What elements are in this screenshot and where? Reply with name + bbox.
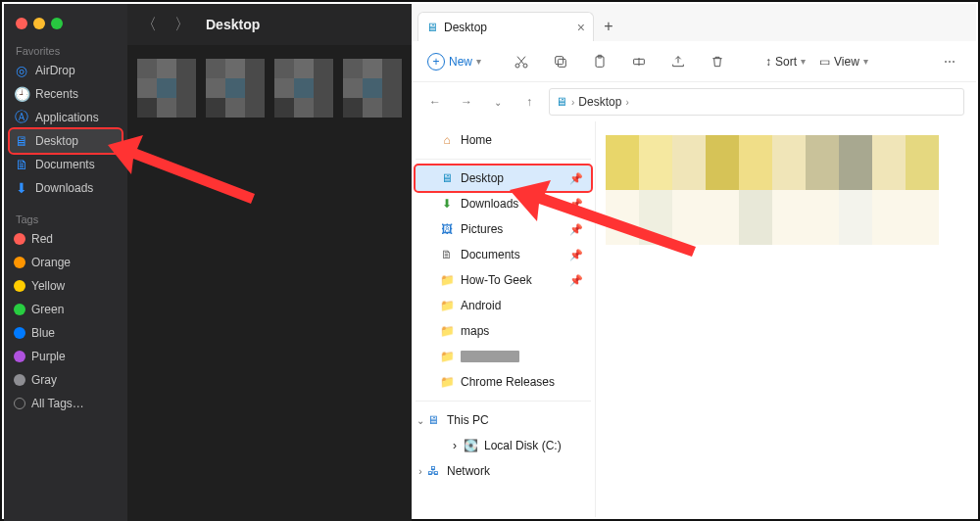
maximize-button[interactable] [51,18,63,29]
downloads-icon: ⬇ [14,180,29,196]
mac-titlebar: 〈 〉 Desktop [127,4,412,45]
tag-item-red[interactable]: Red [4,227,127,251]
sidebar-item-howtogeek[interactable]: 📁How-To Geek📌 [416,267,591,293]
pictures-icon: 🖼 [439,221,455,237]
sidebar-item-documents[interactable]: 🗎Documents [4,153,127,176]
sidebar-item-android[interactable]: 📁Android [416,293,591,318]
address-bar[interactable]: 🖥 › Desktop › [549,88,964,116]
file-thumbnail-row[interactable] [606,190,939,217]
tag-label: Purple [31,350,66,363]
sidebar-item-localdisk[interactable]: ›💽Local Disk (C:) [416,433,591,458]
new-button[interactable]: + New ▾ [421,49,487,74]
paste-button[interactable] [583,45,616,78]
sidebar-item-label: Recents [35,87,78,101]
nav-forward-button[interactable]: → [455,90,478,114]
file-thumbnail[interactable] [137,59,196,118]
breadcrumb-item[interactable]: Desktop [578,95,621,109]
recents-icon: 🕘 [14,86,29,102]
nav-back-button[interactable]: 〈 [139,15,159,34]
sidebar-item-downloads[interactable]: ⬇Downloads [4,176,127,200]
tag-item-yellow[interactable]: Yellow [4,274,127,298]
win-body: ⌂Home 🖥Desktop📌 ⬇Downloads📌 🖼Pictures📌 🗎… [412,121,976,517]
file-thumbnail-row[interactable] [606,217,939,245]
tab-close-button[interactable]: × [577,20,585,35]
mac-finder-window: Favorites ◎AirDrop 🕘Recents ⒶApplication… [4,4,412,521]
rename-button[interactable] [622,45,656,78]
sidebar-item-pictures[interactable]: 🖼Pictures📌 [416,216,591,242]
more-button[interactable]: ⋯ [933,45,966,78]
close-button[interactable] [16,18,27,29]
sidebar-item-applications[interactable]: ⒶApplications [4,106,127,129]
sidebar-item-desktop[interactable]: 🖥Desktop📌 [416,166,591,191]
copy-button[interactable] [544,45,577,78]
mac-favorites-header: Favorites [4,39,127,59]
minimize-button[interactable] [33,18,45,29]
nav-up-button[interactable]: ↑ [517,90,541,114]
tag-item-gray[interactable]: Gray [4,368,127,392]
network-icon: 🖧 [425,463,441,479]
sidebar-item-label: Local Disk (C:) [484,439,562,452]
tag-dot-icon [14,327,25,339]
sidebar-item-label: Chrome Releases [461,375,555,389]
win-content-area[interactable] [596,121,976,517]
sidebar-item-recents[interactable]: 🕘Recents [4,82,127,106]
file-thumbnail-row[interactable] [606,135,939,163]
sidebar-item-label: Downloads [35,181,93,195]
mac-content-area[interactable] [127,45,412,131]
mac-sidebar: Favorites ◎AirDrop 🕘Recents ⒶApplication… [4,4,127,521]
nav-back-button[interactable]: ← [423,90,447,114]
sidebar-item-chrome-releases[interactable]: 📁Chrome Releases [416,369,591,395]
tab-title: Desktop [444,21,487,34]
chevron-right-icon: › [625,97,628,108]
tag-item-blue[interactable]: Blue [4,321,127,345]
file-thumbnail-row[interactable] [606,163,939,190]
file-thumbnail[interactable] [343,59,402,118]
tag-item-purple[interactable]: Purple [4,345,127,368]
sidebar-item-airdrop[interactable]: ◎AirDrop [4,59,127,82]
sidebar-item-label: This PC [447,413,489,427]
view-button[interactable]: ▭ View ▾ [815,55,872,69]
desktop-icon: 🖥 [14,133,29,149]
sidebar-item-documents[interactable]: 🗎Documents📌 [416,242,591,267]
chevron-right-icon: › [571,97,574,108]
expand-toggle[interactable]: › [453,439,457,452]
file-thumbnail[interactable] [274,59,333,118]
tag-item-all[interactable]: All Tags… [4,392,127,415]
mac-main-panel: 〈 〉 Desktop [127,4,412,521]
sidebar-item-label: Android [461,299,501,312]
sidebar-item-network[interactable]: ›🖧Network [416,458,591,484]
new-tab-button[interactable]: + [594,12,623,41]
sidebar-item-downloads[interactable]: ⬇Downloads📌 [416,191,591,216]
folder-icon: 📁 [439,298,455,313]
tab-desktop[interactable]: 🖥 Desktop × [417,12,594,41]
sort-label: Sort [775,55,797,69]
sidebar-item-thispc[interactable]: ⌄🖥This PC [416,407,591,433]
applications-icon: Ⓐ [14,110,29,125]
delete-button[interactable] [701,45,734,78]
new-label: New [449,55,472,69]
sidebar-item-label: AirDrop [35,64,75,77]
sidebar-item-maps[interactable]: 📁maps [416,318,591,344]
sidebar-item-home[interactable]: ⌂Home [416,127,591,153]
sort-button[interactable]: ↕ Sort ▾ [761,55,809,69]
thispc-icon: 🖥 [425,412,441,428]
screenshot-frame: Favorites ◎AirDrop 🕘Recents ⒶApplication… [0,0,980,521]
win-tabs-bar: 🖥 Desktop × + [412,4,976,41]
tag-dot-icon [14,304,25,315]
expand-toggle[interactable]: › [414,466,427,477]
win-explorer-window: 🖥 Desktop × + + New ▾ ↕ Sort ▾ [412,4,976,517]
expand-toggle[interactable]: ⌄ [414,415,427,426]
win-sidebar: ⌂Home 🖥Desktop📌 ⬇Downloads📌 🖼Pictures📌 🗎… [412,121,596,517]
tag-label: Orange [31,256,71,269]
tag-item-orange[interactable]: Orange [4,251,127,274]
nav-forward-button[interactable]: 〉 [172,15,192,34]
share-button[interactable] [662,45,695,78]
sidebar-item-redacted[interactable]: 📁 [416,344,591,369]
chevron-down-icon: ▾ [801,56,806,67]
sidebar-item-label: Downloads [461,197,518,211]
file-thumbnail[interactable] [206,59,265,118]
nav-recent-button[interactable]: ⌄ [486,90,510,114]
cut-button[interactable] [505,45,538,78]
sidebar-item-desktop[interactable]: 🖥Desktop [10,129,122,153]
tag-item-green[interactable]: Green [4,298,127,321]
